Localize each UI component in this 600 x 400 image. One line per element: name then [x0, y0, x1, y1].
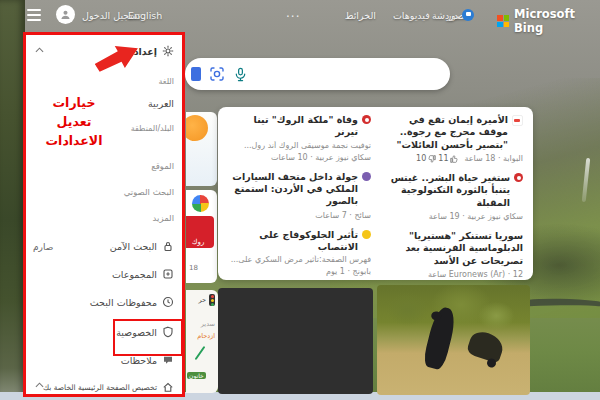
more-menu-icon[interactable]: ... [286, 6, 300, 20]
search-input[interactable] [256, 67, 440, 81]
language-value[interactable]: العربية [148, 98, 174, 109]
search-extension-icon[interactable] [191, 67, 201, 81]
nav-item-chat[interactable]: دردشة [432, 9, 474, 21]
news-column-middle: وفاة "ملكة الروك" تينا تيرنر توفيت نجمة … [228, 114, 371, 273]
settings-item-customize-homepage[interactable]: تخصيص الصفحة الرئيسية الخاصة بك [43, 381, 174, 393]
clock-icon [162, 296, 174, 308]
safesearch-value: صارم [33, 242, 53, 252]
settings-item-collections[interactable]: المجموعات [112, 268, 174, 280]
chat-icon [462, 9, 474, 21]
annotation-text: خيارات تعديل الاعدادات [40, 93, 108, 150]
dislike-count: 10 [416, 154, 426, 163]
person-icon [60, 9, 71, 20]
traffic-card-partial[interactable]: حر سدير ازدحام خانون [186, 290, 218, 393]
news-feed-card: الأميرة إيمان تقع في موقف محرج مع رجوة..… [218, 107, 533, 280]
lock-icon [162, 240, 174, 252]
news-source-logo-icon [362, 172, 371, 181]
like-count: 11 [438, 154, 448, 163]
settings-panel: إعدادات اللغة العربية البلد/المنطقة المو… [23, 32, 185, 397]
annotation-arrow-icon [90, 36, 143, 80]
news-source: سكاي نيوز عربية · 19 ساعة [429, 212, 523, 221]
chevron-up-icon[interactable] [35, 382, 44, 388]
news-source-logo-icon [512, 115, 523, 126]
news-column-right: الأميرة إيمان تقع في موقف محرج مع رجوة..… [383, 114, 523, 273]
chevron-up-icon[interactable] [35, 47, 44, 53]
colorful-logo-icon [192, 195, 209, 212]
news-headline[interactable]: وفاة "ملكة الروك" تينا تيرنر [228, 114, 358, 139]
collections-icon [162, 268, 174, 280]
news-source: سائح · 7 ساعات [315, 211, 371, 220]
settings-item-more[interactable]: المزيد [153, 213, 174, 223]
privacy-highlight-box [113, 319, 183, 356]
news-subtext: فهرس الصفحة:تأثير مرض السكري على... [228, 255, 371, 264]
nav-item-maps[interactable]: الخرائط [345, 10, 376, 21]
nav-item-videos[interactable]: فيديوهات [393, 10, 430, 21]
microphone-icon[interactable] [233, 67, 248, 82]
sun-icon [186, 115, 208, 141]
news-source-logo-icon [362, 230, 371, 239]
settings-item-search-history[interactable]: محفوظات البحث [90, 296, 174, 308]
news-story: الأميرة إيمان تقع في موقف محرج مع رجوة..… [383, 114, 523, 163]
news-headline[interactable]: تأثير الجلوكوفاج على الانتصاب [228, 229, 358, 254]
microsoft-logo-icon [497, 15, 509, 27]
thumb-up-icon[interactable] [450, 155, 458, 163]
video-thumbnail-card[interactable] [218, 288, 373, 394]
map-label: خانون [187, 372, 206, 379]
settings-item-voice-search[interactable]: البحث الصوتي [124, 187, 174, 197]
home-icon [162, 381, 174, 393]
news-photo-card[interactable] [377, 285, 530, 395]
traffic-route: سدير [201, 320, 215, 328]
language-section-label: اللغة [159, 77, 174, 86]
carousel-pager[interactable]: 18 [189, 264, 198, 272]
traffic-trend-line [195, 346, 206, 360]
news-story: جولة داخل متحف السيارات الملكي في الأردن… [228, 171, 371, 220]
news-headline[interactable]: سوريا تستنكر "هستيريا" الدبلوماسية الفرن… [383, 230, 523, 267]
brand[interactable]: Microsoft Bing [497, 7, 600, 35]
news-headline[interactable]: الأميرة إيمان تقع في موقف محرج مع رجوة..… [383, 114, 508, 151]
news-story: وفاة "ملكة الروك" تينا تيرنر توفيت نجمة … [228, 114, 371, 162]
traffic-title: حر [198, 296, 206, 304]
photo-figure [466, 328, 506, 363]
top-bar: تسجيل الدخول English ... الصور فيديوهات … [0, 0, 600, 32]
news-headline[interactable]: جولة داخل متحف السيارات الملكي في الأردن… [228, 171, 358, 208]
reactions[interactable]: 11 10 [416, 154, 458, 163]
traffic-light-icon [209, 294, 215, 306]
search-bar[interactable] [185, 58, 450, 90]
hamburger-menu-icon[interactable] [27, 9, 41, 21]
carousel-card-partial[interactable]: روك 18 [186, 190, 217, 283]
news-story: تأثير الجلوكوفاج على الانتصاب فهرس الصفح… [228, 229, 371, 277]
profile-avatar[interactable] [56, 5, 75, 24]
region-section-label: البلد/المنطقة [131, 124, 174, 133]
news-source-logo-icon [362, 115, 371, 124]
news-headline[interactable]: ستغير حياة البشر.. غيتس يتنبأ بالثورة ال… [383, 172, 510, 209]
thumb-down-icon[interactable] [428, 155, 436, 163]
gear-icon [162, 45, 174, 57]
news-source: البوابة · 18 ساعة [464, 154, 523, 163]
language-switch[interactable]: English [128, 10, 162, 21]
bing-homepage: تسجيل الدخول English ... الصور فيديوهات … [0, 0, 600, 400]
weather-card-partial[interactable] [186, 112, 217, 186]
settings-item-safesearch[interactable]: البحث الآمن [110, 240, 174, 252]
news-story: سوريا تستنكر "هستيريا" الدبلوماسية الفرن… [383, 230, 523, 279]
news-source-logo-icon [514, 173, 523, 182]
traffic-status: ازدحام [197, 332, 215, 340]
carousel-thumbnail[interactable]: روك [186, 216, 214, 248]
news-source: Euronews (Ar) · 12 ساعة [428, 270, 523, 279]
photo-figure [422, 305, 458, 370]
background-cliff [0, 0, 25, 400]
brand-name: Microsoft Bing [514, 7, 600, 35]
news-subtext: توفيت نجمة موسيقى الروك أند رول... [228, 141, 371, 150]
settings-item-location[interactable]: الموقع [151, 161, 174, 171]
news-source: سكاي نيوز عربية · 10 ساعات [271, 153, 371, 162]
news-story: ستغير حياة البشر.. غيتس يتنبأ بالثورة ال… [383, 172, 523, 221]
news-source: بابونج · 1 يوم [326, 267, 371, 276]
visual-search-icon[interactable] [209, 66, 225, 82]
